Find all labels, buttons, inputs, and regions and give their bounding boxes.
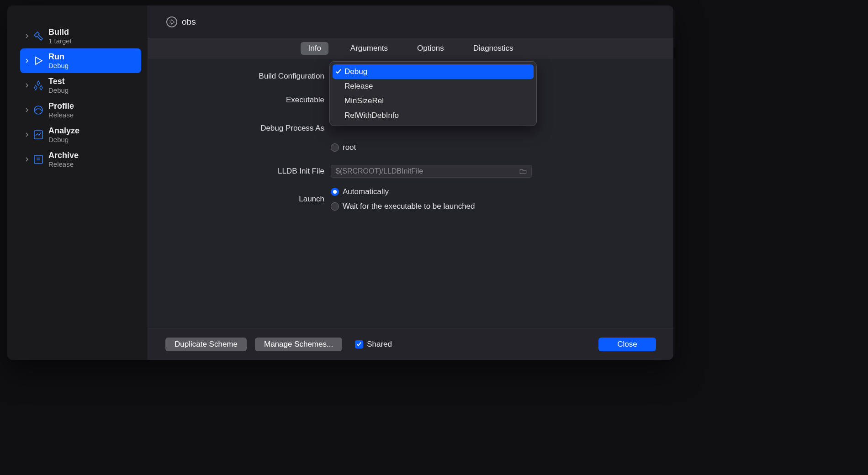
shared-checkbox[interactable]: Shared [355, 340, 392, 349]
radio-root-label: root [343, 143, 356, 152]
build-config-label: Build Configuration [148, 72, 331, 81]
gauge-icon [33, 105, 44, 116]
build-config-dropdown[interactable]: Debug Release MinSizeRel RelWithDebInfo [329, 61, 537, 126]
lldb-label: LLDB Init File [148, 167, 331, 176]
sidebar-item-profile[interactable]: Profile Release [20, 98, 141, 122]
sidebar-item-build[interactable]: Build 1 target [20, 24, 141, 48]
sidebar-item-run[interactable]: Run Debug [20, 48, 141, 73]
radio-root[interactable]: root [331, 143, 356, 152]
dropdown-item-debug[interactable]: Debug [333, 64, 534, 79]
manage-schemes-button[interactable]: Manage Schemes... [255, 338, 342, 351]
sidebar-item-archive[interactable]: Archive Release [20, 147, 141, 172]
svg-rect-2 [34, 155, 42, 164]
sidebar-item-sublabel: Debug [48, 62, 69, 69]
chevron-right-icon [25, 58, 29, 63]
sidebar-item-analyze[interactable]: Analyze Debug [20, 122, 141, 147]
lldb-placeholder: $(SRCROOT)/LLDBInitFile [336, 167, 423, 175]
sidebar-item-sublabel: Debug [48, 136, 79, 143]
scheme-sidebar: Build 1 target Run Debug Test Debug [7, 5, 148, 360]
radio-launch-wait[interactable]: Wait for the executable to be launched [331, 202, 475, 211]
tab-info[interactable]: Info [301, 42, 328, 55]
sidebar-item-label: Archive [48, 151, 79, 160]
header: obs [148, 5, 673, 38]
shared-label: Shared [367, 340, 392, 349]
radio-auto-label: Automatically [343, 187, 389, 196]
check-icon [335, 69, 342, 75]
checkbox-icon [355, 340, 363, 348]
footer: Duplicate Scheme Manage Schemes... Share… [148, 328, 673, 360]
chevron-right-icon [25, 108, 29, 112]
svg-point-4 [169, 19, 175, 25]
chevron-right-icon [25, 83, 29, 88]
radio-icon [331, 143, 339, 152]
play-icon [33, 55, 44, 66]
lldb-init-file-input[interactable]: $(SRCROOT)/LLDBInitFile [331, 165, 532, 178]
hammer-icon [33, 31, 44, 42]
analyze-icon [33, 129, 44, 140]
dropdown-item-minsizerel[interactable]: MinSizeRel [333, 94, 534, 108]
dropdown-item-label: RelWithDebInfo [344, 111, 399, 120]
scheme-editor-window: Build 1 target Run Debug Test Debug [7, 5, 673, 360]
archive-icon [33, 154, 44, 165]
duplicate-scheme-button[interactable]: Duplicate Scheme [165, 338, 247, 351]
dropdown-item-release[interactable]: Release [333, 79, 534, 94]
sidebar-item-label: Analyze [48, 126, 79, 136]
radio-icon [331, 202, 339, 211]
launch-label: Launch [148, 195, 331, 204]
dropdown-item-label: Release [344, 82, 373, 91]
sidebar-item-sublabel: Release [48, 160, 79, 168]
chevron-right-icon [25, 34, 29, 38]
dropdown-item-label: Debug [344, 67, 367, 76]
wrench-icon [33, 80, 44, 91]
chevron-right-icon [25, 132, 29, 137]
sidebar-item-sublabel: Release [48, 111, 74, 119]
radio-icon [331, 188, 339, 196]
radio-wait-label: Wait for the executable to be launched [343, 202, 475, 211]
sidebar-item-label: Test [48, 77, 69, 86]
sidebar-item-sublabel: Debug [48, 86, 69, 94]
sidebar-item-label: Run [48, 52, 69, 62]
svg-point-3 [170, 20, 174, 23]
sidebar-item-label: Build [48, 27, 72, 37]
main-panel: obs Info Arguments Options Diagnostics B… [148, 5, 673, 360]
executable-label: Executable [148, 95, 331, 105]
form-area: Build Configuration Executable Debug Pro… [148, 58, 673, 328]
dropdown-item-label: MinSizeRel [344, 96, 384, 106]
tab-diagnostics[interactable]: Diagnostics [466, 42, 521, 55]
tab-options[interactable]: Options [410, 42, 451, 55]
tab-arguments[interactable]: Arguments [343, 42, 395, 55]
sidebar-item-test[interactable]: Test Debug [20, 73, 141, 98]
radio-launch-auto[interactable]: Automatically [331, 187, 475, 196]
chevron-right-icon [25, 157, 29, 162]
close-button[interactable]: Close [598, 338, 656, 351]
debug-process-label: Debug Process As [148, 124, 331, 133]
app-icon [166, 16, 177, 27]
folder-icon[interactable] [519, 168, 527, 174]
dropdown-item-relwithdebinfo[interactable]: RelWithDebInfo [333, 108, 534, 123]
sidebar-item-label: Profile [48, 101, 74, 111]
tab-bar: Info Arguments Options Diagnostics [148, 38, 673, 58]
page-title: obs [182, 17, 196, 27]
sidebar-item-sublabel: 1 target [48, 37, 72, 45]
